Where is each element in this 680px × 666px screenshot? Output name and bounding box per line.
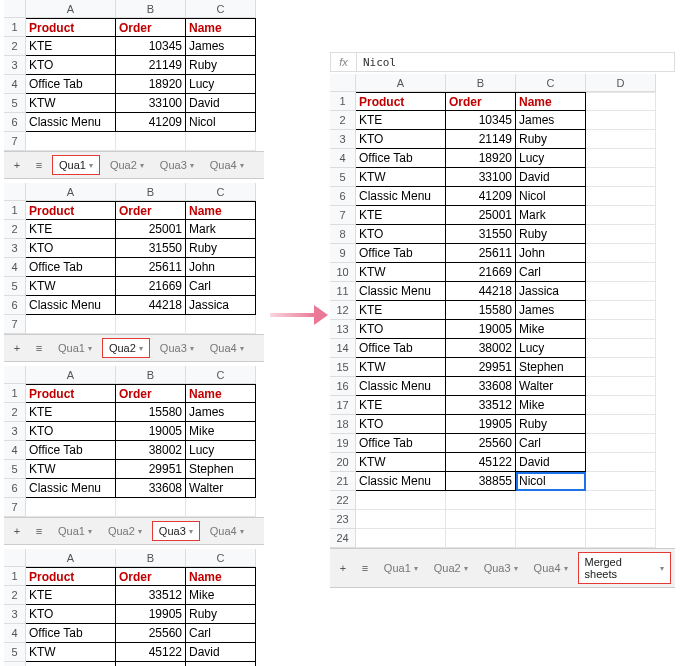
cell-name[interactable]: Stephen xyxy=(516,358,586,377)
header-name[interactable]: Name xyxy=(186,567,256,586)
cell-product[interactable]: KTE xyxy=(356,396,446,415)
cell-order[interactable]: 31550 xyxy=(116,239,186,258)
row-header[interactable]: 3 xyxy=(4,239,26,258)
cell-name[interactable]: Ruby xyxy=(186,56,256,75)
cell-order[interactable]: 15580 xyxy=(446,301,516,320)
cell-name[interactable]: David xyxy=(186,643,256,662)
cell-order[interactable]: 41209 xyxy=(116,113,186,132)
row-header[interactable]: 10 xyxy=(330,263,356,282)
cell-name[interactable]: David xyxy=(516,168,586,187)
cell-name[interactable]: Carl xyxy=(186,277,256,296)
row-header[interactable]: 6 xyxy=(4,479,26,498)
cell-name[interactable]: Walter xyxy=(516,377,586,396)
cell-order[interactable]: 33100 xyxy=(116,94,186,113)
cell-name[interactable]: Mike xyxy=(186,422,256,441)
cell-order[interactable]: 33512 xyxy=(446,396,516,415)
all-sheets-icon[interactable]: ≡ xyxy=(30,156,48,174)
cell-name[interactable]: Ruby xyxy=(516,415,586,434)
cell-name[interactable]: Stephen xyxy=(186,460,256,479)
cell-order[interactable]: 25560 xyxy=(116,624,186,643)
cell-product[interactable]: Office Tab xyxy=(26,258,116,277)
cell-product[interactable]: KTW xyxy=(26,643,116,662)
header-order[interactable]: Order xyxy=(446,92,516,111)
cell-name[interactable]: Mark xyxy=(516,206,586,225)
header-order[interactable]: Order xyxy=(116,18,186,37)
row-header[interactable]: 6 xyxy=(4,296,26,315)
col-header[interactable]: B xyxy=(116,0,186,18)
cell-order[interactable]: 19905 xyxy=(446,415,516,434)
cell-order[interactable]: 44218 xyxy=(116,296,186,315)
row-header[interactable]: 3 xyxy=(4,56,26,75)
cell-order[interactable]: 21669 xyxy=(446,263,516,282)
cell-order[interactable]: 25560 xyxy=(446,434,516,453)
cell-product[interactable]: KTW xyxy=(26,277,116,296)
cell-product[interactable]: KTE xyxy=(356,111,446,130)
header-name[interactable]: Name xyxy=(186,18,256,37)
cell-name[interactable]: Ruby xyxy=(516,225,586,244)
cell-name[interactable]: Carl xyxy=(516,434,586,453)
cell-order[interactable]: 21149 xyxy=(116,56,186,75)
cell-order[interactable]: 18920 xyxy=(446,149,516,168)
cell-order[interactable]: 38002 xyxy=(446,339,516,358)
cell-order[interactable]: 38855 xyxy=(116,662,186,666)
cell-order[interactable]: 19005 xyxy=(116,422,186,441)
cell-name[interactable]: Carl xyxy=(186,624,256,643)
cell-name[interactable]: Nicol xyxy=(516,187,586,206)
cell-order[interactable]: 15580 xyxy=(116,403,186,422)
row-header[interactable]: 1 xyxy=(4,384,26,403)
col-header[interactable]: A xyxy=(356,74,446,92)
row-header[interactable]: 23 xyxy=(330,510,356,529)
tab-qua2[interactable]: Qua2▾ xyxy=(428,559,474,577)
col-header[interactable]: C xyxy=(186,549,256,567)
row-header[interactable]: 15 xyxy=(330,358,356,377)
cell-order[interactable]: 10345 xyxy=(446,111,516,130)
row-header[interactable]: 3 xyxy=(4,422,26,441)
cell-name[interactable]: Lucy xyxy=(516,339,586,358)
cell-product[interactable]: KTW xyxy=(356,263,446,282)
cell-name[interactable]: Mike xyxy=(516,396,586,415)
row-header[interactable]: 2 xyxy=(4,403,26,422)
header-name[interactable]: Name xyxy=(516,92,586,111)
row-header[interactable]: 5 xyxy=(330,168,356,187)
cell-product[interactable]: KTO xyxy=(26,605,116,624)
row-header[interactable]: 21 xyxy=(330,472,356,491)
row-header[interactable]: 17 xyxy=(330,396,356,415)
cell-product[interactable]: Office Tab xyxy=(26,624,116,643)
col-header[interactable]: C xyxy=(186,0,256,18)
cell-order[interactable]: 38855 xyxy=(446,472,516,491)
cell-name[interactable]: Walter xyxy=(186,479,256,498)
cell-order[interactable]: 10345 xyxy=(116,37,186,56)
tab-Qua4[interactable]: Qua4▾ xyxy=(204,156,250,174)
row-header[interactable]: 1 xyxy=(4,567,26,586)
cell-name[interactable]: Ruby xyxy=(186,605,256,624)
row-header[interactable]: 5 xyxy=(4,460,26,479)
row-header[interactable]: 11 xyxy=(330,282,356,301)
header-product[interactable]: Product xyxy=(356,92,446,111)
cell-product[interactable]: KTO xyxy=(356,130,446,149)
row-header[interactable]: 20 xyxy=(330,453,356,472)
row-header[interactable]: 6 xyxy=(4,662,26,666)
row-header[interactable]: 5 xyxy=(4,94,26,113)
cell-order[interactable]: 21149 xyxy=(446,130,516,149)
cell-order[interactable]: 29951 xyxy=(116,460,186,479)
tab-Qua3[interactable]: Qua3▾ xyxy=(154,339,200,357)
cell-name[interactable]: James xyxy=(186,37,256,56)
cell-order[interactable]: 33608 xyxy=(446,377,516,396)
tab-qua4[interactable]: Qua4▾ xyxy=(528,559,574,577)
cell-order[interactable]: 41209 xyxy=(446,187,516,206)
cell-product[interactable]: Office Tab xyxy=(356,149,446,168)
row-header[interactable]: 24 xyxy=(330,529,356,548)
col-header[interactable]: A xyxy=(26,366,116,384)
cell-product[interactable]: Office Tab xyxy=(356,339,446,358)
header-order[interactable]: Order xyxy=(116,384,186,403)
tab-Qua1[interactable]: Qua1▾ xyxy=(52,155,100,175)
tab-Qua2[interactable]: Qua2▾ xyxy=(102,522,148,540)
row-header[interactable]: 4 xyxy=(4,258,26,277)
cell-product[interactable]: Classic Menu xyxy=(26,296,116,315)
row-header[interactable]: 4 xyxy=(4,75,26,94)
tab-Qua3[interactable]: Qua3▾ xyxy=(152,521,200,541)
cell-name[interactable]: Nicol xyxy=(516,472,586,491)
cell-product[interactable]: KTO xyxy=(26,56,116,75)
row-header[interactable]: 16 xyxy=(330,377,356,396)
row-header[interactable]: 2 xyxy=(4,37,26,56)
